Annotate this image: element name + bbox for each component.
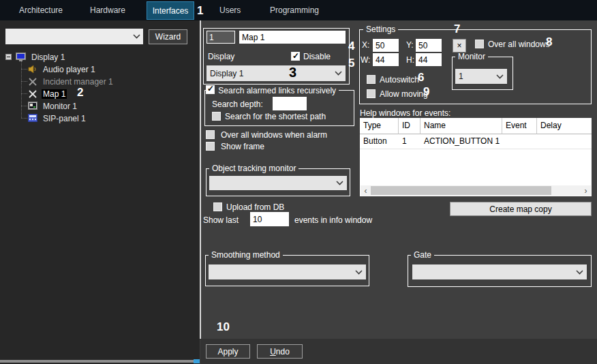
callout-8: 8 — [546, 35, 552, 49]
apply-button[interactable]: Apply — [206, 344, 250, 359]
undo-button[interactable]: Undo — [257, 344, 303, 359]
tree-guide-stub — [21, 93, 27, 94]
show-last-label: Show last — [203, 215, 239, 225]
tab-bar: Architecture Hardware Interfaces Users P… — [0, 0, 597, 20]
help-windows-table: Type ID Name Event Delay Button 1 ACTION… — [360, 118, 592, 196]
callout-6: 6 — [418, 71, 424, 85]
callout-4: 4 — [348, 40, 354, 53]
tree-guide-stub — [21, 106, 27, 106]
search-depth-label: Search depth: — [212, 100, 263, 109]
y-field[interactable] — [416, 39, 442, 52]
chevron-down-icon — [496, 74, 504, 79]
column-header-event[interactable]: Event — [502, 118, 537, 134]
table-row[interactable]: Button 1 ACTION_BUTTON 1 — [360, 134, 592, 149]
scroll-right-icon[interactable]: › — [581, 185, 591, 196]
show-last-field[interactable] — [250, 212, 289, 226]
w-label: W: — [361, 55, 370, 65]
search-depth-field[interactable] — [273, 97, 307, 110]
tab-interfaces[interactable]: Interfaces — [147, 1, 194, 20]
column-header-id[interactable]: ID — [399, 118, 420, 134]
column-header-delay[interactable]: Delay — [537, 118, 592, 134]
table-horizontal-scrollbar[interactable]: ‹ › — [361, 185, 591, 196]
events-info-label: events in info window — [294, 215, 372, 225]
app-window: Architecture Hardware Interfaces Users P… — [0, 0, 597, 364]
settings-title: Settings — [363, 25, 398, 34]
sip-panel-icon — [27, 114, 38, 123]
w-field[interactable] — [373, 53, 399, 66]
over-windows-alarm-checkbox[interactable] — [206, 130, 215, 139]
collapse-expander-icon[interactable] — [5, 54, 12, 60]
tree-guide-stub — [21, 69, 27, 70]
display-icon — [16, 52, 27, 61]
y-label: Y: — [406, 40, 414, 50]
chevron-down-icon — [133, 34, 140, 39]
callout-5: 5 — [348, 57, 354, 70]
panel-splitter[interactable] — [200, 20, 201, 339]
over-windows-alarm-label: Over all windows when alarm — [221, 130, 327, 140]
speaker-icon — [27, 65, 38, 74]
display-select[interactable]: Display 1 — [206, 65, 346, 81]
tab-programming[interactable]: Programming — [270, 0, 319, 20]
close-map-button[interactable]: × — [453, 39, 466, 52]
search-recursively-checkbox[interactable] — [206, 85, 215, 94]
wizard-button[interactable]: Wizard — [149, 29, 187, 44]
callout-2: 2 — [77, 86, 83, 100]
x-field[interactable] — [373, 39, 399, 52]
upload-db-checkbox[interactable] — [213, 202, 222, 211]
tree-item-display[interactable]: Display 1 — [5, 51, 66, 63]
tree-item-map[interactable]: Map 1 — [27, 88, 67, 100]
tree-item-monitor[interactable]: Monitor 1 — [27, 100, 78, 112]
upload-db-label: Upload from DB — [226, 202, 284, 212]
disable-label: Disable — [303, 52, 331, 61]
callout-9: 9 — [423, 85, 429, 99]
chevron-down-icon — [336, 181, 343, 185]
over-all-windows-checkbox[interactable] — [475, 40, 484, 48]
smoothing-select[interactable] — [209, 264, 366, 279]
x-icon — [27, 90, 38, 98]
chevron-down-icon — [335, 71, 342, 76]
object-tracking-title: Object tracking monitor — [209, 164, 298, 173]
object-filter-combobox[interactable] — [5, 29, 143, 44]
scroll-left-icon[interactable]: ‹ — [361, 185, 371, 196]
tree-scrollbar-thumb[interactable] — [194, 359, 200, 363]
search-group-title: Search alarmed links recursively — [206, 85, 339, 96]
tree-guide-stub — [21, 81, 27, 82]
callout-1: 1 — [197, 4, 203, 18]
map-id-field[interactable] — [206, 31, 235, 44]
map-name-field[interactable] — [239, 31, 346, 44]
tree-item-sip-panel[interactable]: SIP-panel 1 — [27, 112, 87, 124]
tab-users[interactable]: Users — [219, 0, 241, 20]
tree-item-incident-manager[interactable]: Incident manager 1 — [27, 76, 114, 87]
create-map-copy-button[interactable]: Create map copy — [450, 202, 592, 216]
allow-moving-label: Allow moving — [380, 89, 428, 99]
chevron-down-icon — [355, 270, 363, 275]
x-icon — [27, 78, 38, 86]
column-header-type[interactable]: Type — [360, 118, 399, 134]
autoswitch-checkbox[interactable] — [367, 75, 376, 84]
chevron-down-icon — [576, 270, 583, 275]
tab-hardware[interactable]: Hardware — [90, 0, 125, 20]
gate-select[interactable] — [412, 264, 587, 279]
allow-moving-checkbox[interactable] — [367, 89, 376, 98]
tree-item-audio-player[interactable]: Audio player 1 — [27, 63, 97, 75]
help-windows-title: Help windows for events: — [360, 108, 450, 118]
h-label: H: — [406, 55, 414, 65]
over-all-windows-label: Over all windows — [488, 40, 550, 49]
callout-7: 7 — [454, 22, 460, 36]
tree-guide-stub — [21, 118, 27, 119]
monitor-select[interactable]: 1 — [455, 69, 507, 84]
h-field[interactable] — [416, 53, 442, 66]
show-frame-checkbox[interactable] — [206, 142, 215, 151]
object-tracking-select[interactable] — [209, 176, 347, 190]
tab-architecture[interactable]: Architecture — [19, 0, 63, 20]
autoswitch-label: Autoswitch — [380, 75, 419, 85]
monitor-title: Monitor — [455, 52, 488, 61]
tree-horizontal-scrollbar[interactable] — [0, 360, 194, 363]
x-label: X: — [362, 40, 369, 50]
column-header-name[interactable]: Name — [420, 118, 502, 134]
table-header-row: Type ID Name Event Delay — [360, 118, 592, 134]
shortest-path-checkbox[interactable] — [212, 112, 221, 121]
table-scrollbar-thumb[interactable] — [371, 186, 551, 195]
show-frame-label: Show frame — [221, 142, 264, 151]
disable-checkbox[interactable] — [291, 52, 300, 61]
